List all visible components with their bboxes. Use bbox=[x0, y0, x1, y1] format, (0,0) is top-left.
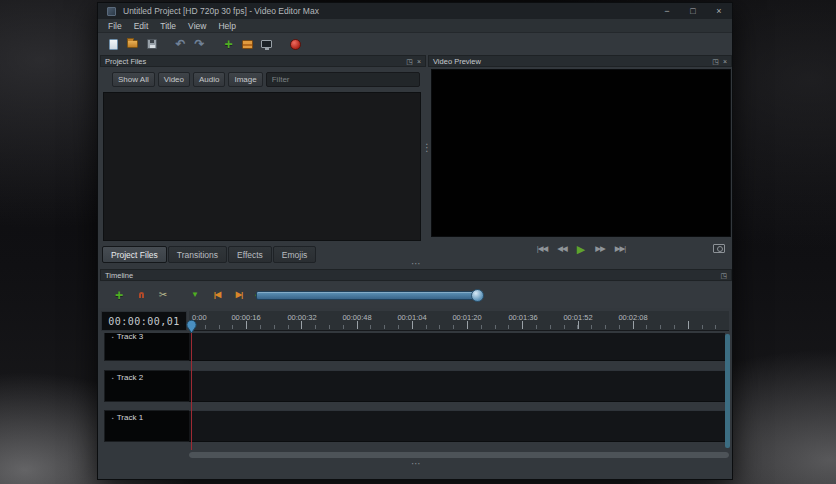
tab-project-files[interactable]: Project Files bbox=[102, 246, 167, 263]
track-row: ▪ Track 1 bbox=[100, 410, 732, 442]
save-project-button[interactable] bbox=[143, 36, 160, 53]
ruler-label: 00:00:16 bbox=[231, 313, 260, 322]
float-dock-icon[interactable]: ◳ bbox=[406, 58, 413, 65]
track-label: Track 2 bbox=[117, 374, 143, 382]
filter-show-all-button[interactable]: Show All bbox=[112, 72, 155, 87]
float-dock-icon[interactable]: ◳ bbox=[720, 272, 727, 279]
play-button[interactable]: ▶ bbox=[577, 244, 585, 255]
menu-item-help[interactable]: Help bbox=[212, 19, 241, 32]
filter-audio-button[interactable]: Audio bbox=[193, 72, 225, 87]
window-title: Untitled Project [HD 720p 30 fps] - Vide… bbox=[123, 6, 319, 16]
ruler-label: 00:00:32 bbox=[287, 313, 316, 322]
previous-marker-button[interactable]: |◀ bbox=[208, 286, 226, 304]
track-lane[interactable] bbox=[189, 410, 725, 442]
timeline-ruler[interactable]: 0:00 00:00:16 00:00:32 00:00:48 00:01:04… bbox=[189, 311, 729, 331]
playhead-timecode: 00:00:00,01 bbox=[101, 311, 187, 331]
project-files-dock-header: Project Files ◳ × bbox=[100, 55, 426, 67]
redo-button[interactable]: ↷ bbox=[191, 36, 208, 53]
video-preview-screen bbox=[431, 69, 731, 237]
new-project-button[interactable] bbox=[105, 36, 122, 53]
dock-tab-bar: Project Files Transitions Effects Emojis bbox=[102, 246, 316, 263]
window-controls: − □ × bbox=[654, 3, 732, 19]
menu-item-title[interactable]: Title bbox=[154, 19, 182, 32]
track-header[interactable]: ▪ Track 3 bbox=[104, 333, 190, 361]
new-project-icon bbox=[109, 39, 118, 50]
tab-effects[interactable]: Effects bbox=[228, 246, 272, 263]
track-lane[interactable] bbox=[189, 370, 725, 402]
menu-item-edit[interactable]: Edit bbox=[128, 19, 155, 32]
add-track-button[interactable]: + bbox=[110, 286, 128, 304]
menu-bar: File Edit Title View Help bbox=[98, 19, 732, 33]
track-row: ▪ Track 2 bbox=[100, 370, 732, 402]
playhead-line bbox=[191, 332, 192, 450]
close-dock-icon[interactable]: × bbox=[417, 58, 421, 65]
magnet-icon bbox=[139, 292, 144, 298]
filter-image-button[interactable]: Image bbox=[228, 72, 262, 87]
ruler-label: 00:01:36 bbox=[508, 313, 537, 322]
filter-video-button[interactable]: Video bbox=[158, 72, 190, 87]
snapping-button[interactable] bbox=[132, 286, 150, 304]
redo-icon: ↷ bbox=[194, 38, 204, 50]
horizontal-scrollbar[interactable] bbox=[189, 452, 729, 458]
jump-start-button[interactable]: |◀◀ bbox=[537, 245, 547, 253]
zoom-slider-handle[interactable] bbox=[471, 289, 484, 302]
horizontal-splitter-handle[interactable]: ⋯ bbox=[406, 259, 426, 269]
add-media-icon: + bbox=[224, 37, 232, 51]
main-toolbar: ↶ ↷ + bbox=[98, 33, 732, 55]
next-marker-button[interactable]: ▶| bbox=[230, 286, 248, 304]
profile-icon bbox=[242, 40, 253, 49]
close-dock-icon[interactable]: × bbox=[723, 58, 727, 65]
ruler-label: 00:01:52 bbox=[563, 313, 592, 322]
vertical-scrollbar[interactable] bbox=[725, 334, 730, 448]
export-video-button[interactable] bbox=[287, 36, 304, 53]
track-label: Track 1 bbox=[117, 414, 143, 422]
ruler-label: 00:00:48 bbox=[342, 313, 371, 322]
previous-marker-icon: |◀ bbox=[214, 291, 220, 299]
tab-transitions[interactable]: Transitions bbox=[168, 246, 227, 263]
undo-button[interactable]: ↶ bbox=[172, 36, 189, 53]
project-files-list[interactable] bbox=[103, 92, 421, 241]
open-project-button[interactable] bbox=[124, 36, 141, 53]
choose-profile-button[interactable] bbox=[239, 36, 256, 53]
razor-button[interactable]: ✂ bbox=[154, 286, 172, 304]
horizontal-scrollbar-thumb[interactable] bbox=[189, 452, 729, 458]
playback-controls: |◀◀ ◀◀ ▶ ▶▶ ▶▶| bbox=[431, 241, 731, 257]
jump-end-button[interactable]: ▶▶| bbox=[615, 245, 625, 253]
capture-frame-icon[interactable] bbox=[713, 244, 725, 253]
app-icon bbox=[107, 7, 116, 16]
zoom-slider[interactable] bbox=[256, 291, 482, 300]
track-badge-icon: ▪ bbox=[112, 333, 114, 341]
track-header[interactable]: ▪ Track 1 bbox=[104, 410, 190, 442]
add-track-icon: + bbox=[115, 288, 123, 302]
ruler-major-ticks bbox=[189, 321, 729, 329]
add-marker-icon: ▼ bbox=[191, 291, 199, 299]
add-marker-button[interactable]: ▼ bbox=[186, 286, 204, 304]
fullscreen-button[interactable] bbox=[258, 36, 275, 53]
float-dock-icon[interactable]: ◳ bbox=[712, 58, 719, 65]
timeline-tracks-viewport: ▪ Track 3 ▪ Track 2 ▪ Track 1 bbox=[100, 333, 732, 450]
menu-item-file[interactable]: File bbox=[102, 19, 128, 32]
rewind-button[interactable]: ◀◀ bbox=[557, 245, 567, 253]
track-row: ▪ Track 3 bbox=[100, 333, 732, 361]
track-header[interactable]: ▪ Track 2 bbox=[104, 370, 190, 402]
timeline-dock-title: Timeline bbox=[105, 271, 133, 280]
scissors-icon: ✂ bbox=[159, 290, 167, 300]
track-label: Track 3 bbox=[117, 333, 143, 341]
undo-icon: ↶ bbox=[175, 38, 185, 50]
save-icon bbox=[147, 39, 157, 49]
import-files-button[interactable]: + bbox=[220, 36, 237, 53]
playhead-marker[interactable] bbox=[186, 320, 197, 334]
tab-emojis[interactable]: Emojis bbox=[273, 246, 317, 263]
maximize-button[interactable]: □ bbox=[680, 3, 706, 19]
track-badge-icon: ▪ bbox=[112, 374, 114, 382]
minimize-button[interactable]: − bbox=[654, 3, 680, 19]
bottom-splitter-handle[interactable]: ⋯ bbox=[406, 459, 426, 469]
menu-item-view[interactable]: View bbox=[182, 19, 212, 32]
track-lane[interactable] bbox=[189, 333, 725, 361]
ruler-label: 00:02:08 bbox=[618, 313, 647, 322]
close-button[interactable]: × bbox=[706, 3, 732, 19]
export-record-icon bbox=[290, 39, 301, 50]
fast-forward-button[interactable]: ▶▶ bbox=[595, 245, 605, 253]
filter-input[interactable] bbox=[266, 72, 420, 87]
track-badge-icon: ▪ bbox=[112, 414, 114, 422]
